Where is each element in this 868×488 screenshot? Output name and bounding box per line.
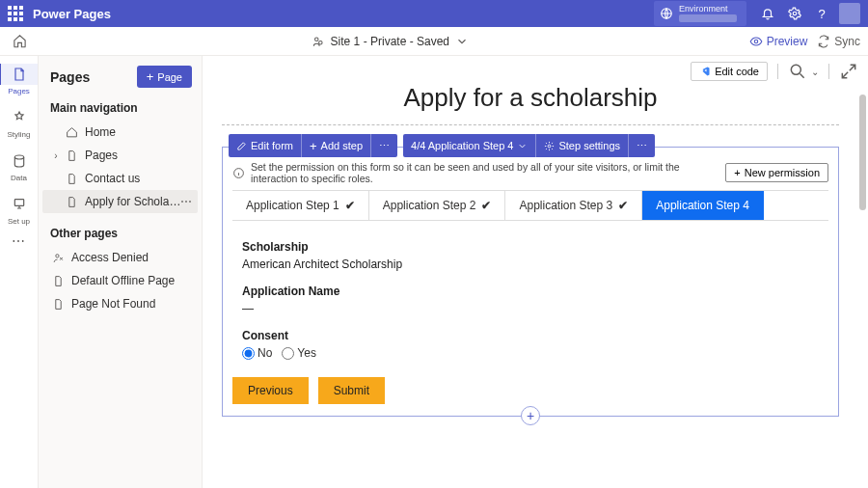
nav-rail: Pages Styling Data Set up ⋯: [0, 56, 39, 488]
add-step-button[interactable]: +Add step: [302, 134, 370, 157]
chevron-down-icon[interactable]: ⌄: [811, 67, 819, 77]
svg-point-2: [314, 37, 318, 41]
step-indicator-button[interactable]: 4/4 Application Step 4: [403, 134, 535, 157]
consent-no-option[interactable]: No: [242, 346, 272, 360]
nav-item-pages[interactable]: › Pages: [42, 144, 198, 167]
section-other-pages: Other pages: [39, 221, 202, 246]
svg-point-3: [318, 41, 322, 44]
nav-item-contact[interactable]: Contact us: [42, 167, 198, 190]
pages-icon: [12, 67, 27, 82]
field-value-appname: —: [242, 302, 819, 315]
vscode-icon: [699, 66, 711, 77]
settings-icon[interactable]: [781, 0, 808, 27]
step-tab-4[interactable]: Application Step 4: [642, 191, 764, 220]
nav-item-access-denied[interactable]: Access Denied: [42, 246, 198, 269]
product-name: Power Pages: [33, 7, 111, 21]
check-icon: ✔: [618, 199, 628, 212]
home-icon[interactable]: [8, 34, 31, 48]
edit-code-button[interactable]: Edit code: [691, 62, 768, 81]
consent-no-radio[interactable]: [242, 347, 255, 360]
nav-item-apply-scholarship[interactable]: Apply for Scholars... ⋯: [42, 190, 198, 213]
preview-button[interactable]: Preview: [749, 35, 808, 48]
environment-picker[interactable]: Environment: [654, 1, 746, 26]
step-tab-3[interactable]: Application Step 3✔: [505, 191, 642, 220]
rail-more[interactable]: ⋯: [12, 233, 27, 249]
document-icon: [64, 196, 79, 208]
lock-icon: [50, 252, 66, 264]
site-switcher[interactable]: Site 1 - Private - Saved: [31, 35, 749, 48]
document-icon: [50, 275, 66, 287]
submit-button[interactable]: Submit: [318, 377, 385, 404]
add-page-button[interactable]: +Page: [137, 66, 192, 88]
nav-item-home[interactable]: Home: [42, 121, 198, 144]
page-title: Apply for a scholarship: [222, 83, 839, 113]
multistep-form: Edit form +Add step ⋯ 4/4 Application St…: [222, 147, 839, 417]
sidebar-title: Pages: [50, 69, 90, 85]
consent-yes-radio[interactable]: [282, 347, 294, 360]
field-value-scholarship: American Architect Scholarship: [242, 258, 819, 271]
sync-button[interactable]: Sync: [817, 35, 860, 48]
rail-pages[interactable]: Pages: [0, 58, 39, 101]
svg-point-7: [55, 254, 58, 257]
data-icon: [12, 153, 27, 169]
svg-rect-6: [14, 200, 23, 206]
setup-icon: [12, 197, 27, 212]
command-bar: Site 1 - Private - Saved Preview Sync: [0, 27, 868, 56]
help-icon[interactable]: ?: [808, 0, 835, 27]
nav-item-offline[interactable]: Default Offline Page: [42, 269, 198, 292]
step-tab-2[interactable]: Application Step 2✔: [369, 191, 506, 220]
step-tabs: Application Step 1✔ Application Step 2✔ …: [232, 190, 828, 221]
document-icon: [64, 149, 79, 162]
chevron-down-icon: [517, 141, 528, 151]
svg-point-9: [549, 145, 552, 148]
add-section-button[interactable]: +: [521, 406, 540, 425]
app-launcher-icon[interactable]: [8, 6, 23, 21]
rail-styling[interactable]: Styling: [0, 101, 39, 145]
field-label-appname: Application Name: [242, 285, 819, 298]
chevron-right-icon: ›: [50, 150, 62, 161]
svg-point-4: [754, 40, 758, 43]
permission-message: Set the permission on this form so it ca…: [232, 161, 718, 184]
styling-icon: [12, 110, 27, 125]
environment-label: Environment: [679, 5, 737, 14]
zoom-icon[interactable]: [788, 62, 807, 81]
user-avatar[interactable]: [839, 3, 860, 24]
nav-item-notfound[interactable]: Page Not Found: [42, 292, 198, 315]
chevron-down-icon: [455, 35, 469, 48]
new-permission-button[interactable]: +New permission: [725, 163, 828, 182]
document-icon: [64, 173, 79, 185]
rail-setup[interactable]: Set up: [0, 188, 39, 231]
toolbar-more-2[interactable]: ⋯: [629, 134, 655, 157]
step-settings-button[interactable]: Step settings: [536, 134, 628, 157]
info-icon: [232, 167, 245, 179]
consent-yes-option[interactable]: Yes: [282, 346, 316, 360]
previous-button[interactable]: Previous: [232, 377, 309, 404]
section-divider: [222, 124, 839, 125]
edit-form-button[interactable]: Edit form: [229, 134, 301, 157]
design-canvas: Edit code ⌄ Apply for a scholarship Edit…: [203, 56, 868, 488]
form-toolbar: Edit form +Add step ⋯ 4/4 Application St…: [229, 134, 655, 157]
svg-point-8: [791, 65, 800, 74]
notifications-icon[interactable]: [754, 0, 781, 27]
rail-data[interactable]: Data: [0, 145, 39, 188]
site-label: Site 1 - Private - Saved: [331, 35, 449, 48]
pages-sidebar: Pages +Page Main navigation Home › Pages…: [39, 56, 203, 488]
field-label-scholarship: Scholarship: [242, 240, 819, 254]
toolbar-more-1[interactable]: ⋯: [371, 134, 397, 157]
field-label-consent: Consent: [242, 329, 819, 342]
section-main-nav: Main navigation: [39, 95, 202, 121]
environment-name: [679, 14, 737, 22]
svg-point-1: [793, 12, 797, 15]
item-more-icon[interactable]: ⋯: [180, 195, 192, 208]
step-tab-1[interactable]: Application Step 1✔: [232, 191, 369, 220]
form-body: Scholarship American Architect Scholarsh…: [223, 221, 838, 377]
svg-point-5: [14, 155, 23, 159]
document-icon: [50, 298, 66, 311]
home-icon: [64, 126, 79, 139]
check-icon: ✔: [481, 199, 491, 212]
check-icon: ✔: [345, 199, 355, 212]
global-header: Power Pages Environment ?: [0, 0, 868, 27]
expand-icon[interactable]: [839, 62, 858, 81]
